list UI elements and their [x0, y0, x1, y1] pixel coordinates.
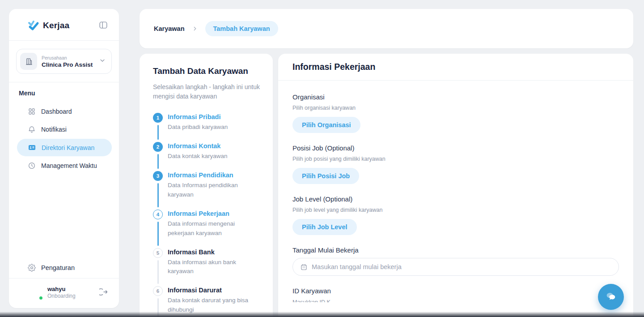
- step-number: 5: [153, 248, 163, 258]
- sidebar: Kerjaa Perusahaan Clinica Pro Assist: [9, 9, 119, 308]
- step-connector: [157, 222, 159, 246]
- bell-icon: [28, 125, 36, 133]
- step-description: Data informasi akun bank karyawan: [168, 258, 250, 277]
- breadcrumb: Karyawan Tambah Karyawan: [140, 9, 633, 48]
- online-status-dot: [38, 296, 43, 300]
- user-status: Onboarding: [47, 293, 93, 299]
- field-organisasi: Organisasi Pilih organisasi karyawan Pil…: [292, 93, 619, 133]
- step-description: Data kontak darurat yang bisa dihubungi: [168, 296, 250, 315]
- breadcrumb-parent-link[interactable]: Karyawan: [154, 25, 185, 32]
- field-helper: Pilih organisasi karyawan: [292, 105, 619, 111]
- step-connector: [157, 298, 159, 317]
- step-connector: [157, 125, 159, 140]
- sidebar-item-notifikasi[interactable]: Notifikasi: [19, 121, 112, 138]
- step-informasi-bank[interactable]: 5 Informasi Bank Data informasi akun ban…: [153, 248, 260, 287]
- step-connector: [157, 260, 159, 284]
- sidebar-item-label: Notifikasi: [41, 126, 67, 133]
- stepper-title: Tambah Data Karyawan: [153, 66, 260, 76]
- company-name: Clinica Pro Assist: [42, 61, 94, 68]
- step-title: Informasi Kontak: [168, 142, 228, 150]
- date-input-container: [292, 258, 619, 276]
- field-tanggal-mulai-bekerja: Tanggal Mulai Bekerja: [292, 246, 619, 276]
- app-name: Kerjaa: [43, 21, 69, 30]
- field-helper-cutoff: Masukkan ID K: [292, 299, 619, 302]
- form-title: Informasi Pekerjaan: [292, 62, 619, 72]
- step-description: Data Informasi pendidikan karyawan: [168, 181, 250, 200]
- step-connector: [157, 154, 159, 169]
- field-posisi-job: Posisi Job (Optional) Pilih job posisi y…: [292, 144, 619, 184]
- step-description: Data informasi mengenai pekerjaan karyaw…: [168, 219, 250, 238]
- step-informasi-pribadi[interactable]: 1 Informasi Pribadi Data pribadi karyawa…: [153, 113, 260, 142]
- step-number: 3: [153, 171, 163, 181]
- user-name: wahyu: [47, 286, 93, 292]
- pilih-job-level-button[interactable]: Pilih Job Level: [292, 219, 357, 235]
- step-title: Informasi Darurat: [168, 287, 250, 294]
- pilih-organisasi-button[interactable]: Pilih Organisasi: [292, 117, 360, 133]
- breadcrumb-current-badge: Tambah Karyawan: [205, 21, 278, 36]
- step-informasi-pendidikan[interactable]: 3 Informasi Pendidikan Data Informasi pe…: [153, 171, 260, 210]
- step-number: 4: [153, 210, 163, 219]
- id-card-icon: [28, 143, 36, 152]
- panel-toggle-icon: [98, 20, 108, 31]
- step-informasi-darurat[interactable]: 6 Informasi Darurat Data kontak darurat …: [153, 286, 260, 317]
- step-title: Informasi Pekerjaan: [168, 210, 250, 217]
- chevron-down-icon: [99, 57, 106, 66]
- field-label: Organisasi: [292, 93, 619, 101]
- field-helper: Pilih job level yang dimiliki karyawan: [292, 207, 619, 213]
- pilih-posisi-job-button[interactable]: Pilih Posisi Job: [292, 168, 359, 184]
- sidebar-item-label: Management Waktu: [41, 162, 97, 169]
- field-label: Job Level (Optional): [292, 195, 619, 203]
- field-label: Tanggal Mulai Bekerja: [292, 246, 619, 254]
- stepper-subtitle: Selesaikan langkah - langkah ini untuk m…: [153, 82, 260, 101]
- sidebar-item-label: Direktori Karyawan: [42, 144, 94, 151]
- clock-icon: [28, 162, 36, 170]
- sidebar-menu: Menu Dashboard Notifikasi: [9, 82, 119, 175]
- field-label: ID Karyawan: [292, 287, 619, 295]
- divider: [9, 40, 119, 41]
- grid-icon: [28, 107, 36, 116]
- sidebar-item-pengaturan[interactable]: Pengaturan: [9, 258, 119, 278]
- sidebar-item-label: Dashboard: [41, 108, 72, 115]
- chat-widget-button[interactable]: [598, 284, 624, 310]
- chevron-right-icon: [192, 26, 198, 32]
- logout-icon: [99, 287, 108, 298]
- calendar-icon: [300, 263, 308, 271]
- form-panel: Informasi Pekerjaan Organisasi Pilih org…: [278, 54, 633, 317]
- gear-icon: [28, 264, 36, 272]
- step-description: Data pribadi karyawan: [168, 123, 228, 132]
- step-informasi-pekerjaan[interactable]: 4 Informasi Pekerjaan Data informasi men…: [153, 210, 260, 248]
- step-number: 6: [153, 286, 163, 296]
- sidebar-toggle-button[interactable]: [97, 20, 109, 31]
- chat-bubbles-icon: [604, 290, 618, 304]
- sidebar-item-direktori-karyawan[interactable]: Direktori Karyawan: [17, 139, 112, 156]
- company-selector[interactable]: Perusahaan Clinica Pro Assist: [16, 49, 112, 74]
- settings-label: Pengaturan: [41, 264, 75, 271]
- field-job-level: Job Level (Optional) Pilih job level yan…: [292, 195, 619, 235]
- field-helper: Pilih job posisi yang dimiliki karyawan: [292, 156, 619, 162]
- menu-section-title: Menu: [19, 90, 112, 97]
- building-icon: [20, 53, 37, 70]
- user-profile-row[interactable]: wahyu Onboarding: [9, 278, 119, 308]
- step-title: Informasi Pribadi: [168, 113, 228, 120]
- kerjaa-logo-icon: [28, 20, 39, 31]
- step-title: Informasi Bank: [168, 248, 250, 256]
- sidebar-bottom: Pengaturan wahyu Onboarding: [9, 258, 119, 308]
- field-label: Posisi Job (Optional): [292, 144, 619, 152]
- sidebar-item-dashboard[interactable]: Dashboard: [19, 103, 112, 120]
- step-description: Data kontak karyawan: [168, 152, 228, 161]
- logo-row: Kerjaa: [9, 9, 119, 40]
- field-id-karyawan: ID Karyawan Masukkan ID K: [292, 287, 619, 302]
- step-number: 1: [153, 113, 163, 123]
- step-number: 2: [153, 142, 163, 152]
- step-informasi-kontak[interactable]: 2 Informasi Kontak Data kontak karyawan: [153, 142, 260, 171]
- logout-button[interactable]: [97, 286, 110, 300]
- start-date-input[interactable]: [312, 263, 611, 270]
- stepper-panel: Tambah Data Karyawan Selesaikan langkah …: [140, 54, 273, 317]
- step-title: Informasi Pendidikan: [168, 171, 250, 179]
- company-label: Perusahaan: [42, 55, 94, 60]
- step-connector: [157, 183, 159, 207]
- sidebar-item-management-waktu[interactable]: Management Waktu: [19, 157, 112, 174]
